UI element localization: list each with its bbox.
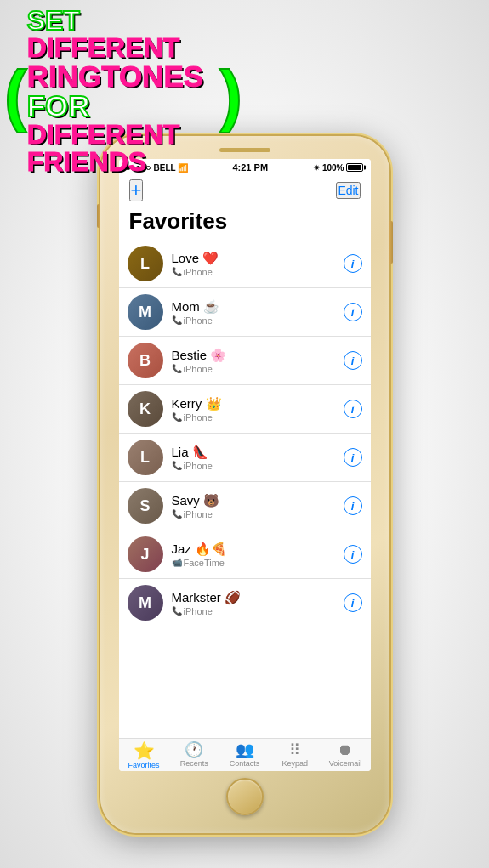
right-bracket-icon: ) xyxy=(219,68,242,122)
phone-icon: 📞 xyxy=(172,364,182,373)
contact-type-label: iPhone xyxy=(184,412,213,423)
left-bracket-icon: ( xyxy=(4,68,27,122)
contact-type: 📞iPhone xyxy=(172,606,335,616)
phone-frame: BELL 📶 4:21 PM ✴ 100% + Edit Favorites L… xyxy=(100,136,389,833)
phone-icon: 📞 xyxy=(172,315,182,325)
contact-type-label: FaceTime xyxy=(184,558,225,568)
avatar: L xyxy=(128,440,163,475)
contact-info: Savy 🐻📞iPhone xyxy=(172,492,335,519)
battery-icon xyxy=(346,163,363,172)
banner-line-1: SET DIFFERENT xyxy=(27,7,220,61)
avatar: L xyxy=(128,246,163,281)
favorites-icon: ⭐ xyxy=(134,742,155,759)
contacts-label: Contacts xyxy=(230,759,260,768)
add-button[interactable]: + xyxy=(129,179,144,201)
voicemail-icon: ⏺ xyxy=(338,742,353,757)
contact-name: Mom ☕ xyxy=(172,298,335,315)
contact-info: Bestie 🌸📞iPhone xyxy=(172,347,335,374)
page-title: Favorites xyxy=(119,205,371,240)
keypad-label: Keypad xyxy=(281,759,308,768)
contact-name: Lia 👠 xyxy=(172,444,335,461)
info-button[interactable]: i xyxy=(344,545,362,564)
contact-list: LLove ❤️📞iPhoneiMMom ☕📞iPhoneiBBestie 🌸📞… xyxy=(119,240,371,627)
phone-icon: 📞 xyxy=(172,606,182,616)
contact-name: Love ❤️ xyxy=(172,250,335,267)
contact-name: Savy 🐻 xyxy=(172,492,335,509)
battery-fill xyxy=(348,165,361,170)
avatar: K xyxy=(128,391,163,427)
contact-name: Markster 🏈 xyxy=(172,589,335,606)
phone-icon: 📞 xyxy=(172,412,182,422)
list-item[interactable]: MMom ☕📞iPhonei xyxy=(119,288,371,337)
voicemail-label: Voicemail xyxy=(329,759,362,768)
bluetooth-icon: ✴ xyxy=(313,163,320,173)
battery-label: 100% xyxy=(322,163,344,173)
edit-button[interactable]: Edit xyxy=(336,182,360,199)
list-item[interactable]: JJaz 🔥🍕📹FaceTimei xyxy=(119,530,371,579)
contact-type-label: iPhone xyxy=(184,315,213,326)
side-button-left xyxy=(97,204,100,228)
info-button[interactable]: i xyxy=(344,351,362,370)
list-item[interactable]: LLove ❤️📞iPhonei xyxy=(119,240,371,288)
contact-type-label: iPhone xyxy=(184,606,213,616)
content-area: Favorites LLove ❤️📞iPhoneiMMom ☕📞iPhonei… xyxy=(119,205,371,738)
contact-info: Jaz 🔥🍕📹FaceTime xyxy=(172,541,335,568)
avatar: B xyxy=(128,343,163,378)
contact-type: 📞iPhone xyxy=(172,412,335,423)
tab-keypad[interactable]: ⠿Keypad xyxy=(270,742,320,769)
contact-type-label: iPhone xyxy=(184,364,213,374)
info-button[interactable]: i xyxy=(344,303,362,321)
list-item[interactable]: KKerry 👑📞iPhonei xyxy=(119,385,371,434)
contact-type: 📞iPhone xyxy=(172,364,335,374)
contact-type: 📞iPhone xyxy=(172,315,335,326)
contact-type: 📞iPhone xyxy=(172,461,335,471)
phone-screen: BELL 📶 4:21 PM ✴ 100% + Edit Favorites L… xyxy=(119,159,371,771)
info-button[interactable]: i xyxy=(344,593,362,612)
contact-type: 📞iPhone xyxy=(172,267,335,277)
banner-line-2: RINGTONES FOR xyxy=(27,61,220,121)
tab-voicemail[interactable]: ⏺Voicemail xyxy=(320,742,370,769)
contact-info: Love ❤️📞iPhone xyxy=(172,250,335,277)
info-button[interactable]: i xyxy=(344,496,362,515)
contact-type-label: iPhone xyxy=(184,509,213,519)
contact-type-label: iPhone xyxy=(184,461,213,471)
tab-recents[interactable]: 🕐Recents xyxy=(169,742,219,769)
phone-icon: 📞 xyxy=(172,461,182,470)
keypad-icon: ⠿ xyxy=(289,742,300,757)
contacts-icon: 👥 xyxy=(236,742,254,757)
phone-icon: 📞 xyxy=(172,267,182,276)
tab-favorites[interactable]: ⭐Favorites xyxy=(119,742,169,769)
banner-line-3: DIFFERENT FRIENDS xyxy=(27,121,220,175)
side-button-right xyxy=(389,221,393,264)
contact-type: 📞iPhone xyxy=(172,509,335,519)
info-button[interactable]: i xyxy=(344,448,362,467)
list-item[interactable]: LLia 👠📞iPhonei xyxy=(119,434,371,482)
list-item[interactable]: BBestie 🌸📞iPhonei xyxy=(119,337,371,385)
avatar: M xyxy=(128,294,163,330)
tab-contacts[interactable]: 👥Contacts xyxy=(219,742,270,769)
nav-bar: + Edit xyxy=(119,176,371,205)
contact-info: Mom ☕📞iPhone xyxy=(172,298,335,326)
facetime-icon: 📹 xyxy=(172,558,182,567)
contact-name: Kerry 👑 xyxy=(172,395,335,412)
favorites-label: Favorites xyxy=(128,761,160,769)
top-banner: ( SET DIFFERENT RINGTONES FOR DIFFERENT … xyxy=(4,7,242,175)
contact-name: Jaz 🔥🍕 xyxy=(172,541,335,558)
phone-icon: 📞 xyxy=(172,509,182,519)
tab-bar: ⭐Favorites🕐Recents👥Contacts⠿Keypad⏺Voice… xyxy=(119,738,371,771)
status-right: ✴ 100% xyxy=(313,163,364,173)
info-button[interactable]: i xyxy=(344,400,362,418)
recents-label: Recents xyxy=(180,759,208,768)
contact-info: Kerry 👑📞iPhone xyxy=(172,395,335,423)
list-item[interactable]: SSavy 🐻📞iPhonei xyxy=(119,482,371,530)
recents-icon: 🕐 xyxy=(185,742,203,757)
avatar: S xyxy=(128,488,163,524)
avatar: J xyxy=(128,536,163,572)
avatar: M xyxy=(128,585,163,621)
home-button[interactable] xyxy=(226,778,264,815)
info-button[interactable]: i xyxy=(344,254,362,273)
contact-info: Lia 👠📞iPhone xyxy=(172,444,335,471)
contact-type-label: iPhone xyxy=(184,267,213,277)
list-item[interactable]: MMarkster 🏈📞iPhonei xyxy=(119,579,371,627)
contact-type: 📹FaceTime xyxy=(172,558,335,568)
